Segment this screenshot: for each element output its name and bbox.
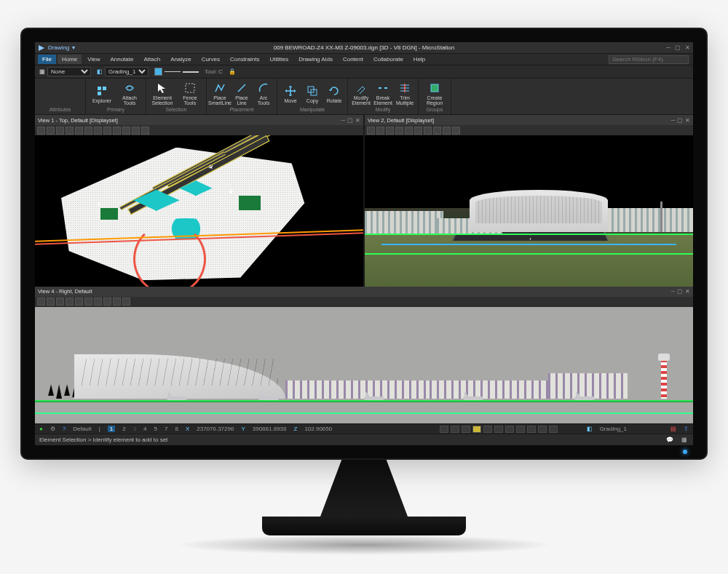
fence-tools-button[interactable]: Fence Tools xyxy=(177,80,203,107)
template-select[interactable]: Grading_1 xyxy=(105,67,149,76)
snap-toggle[interactable] xyxy=(494,426,503,433)
view-tool-button[interactable] xyxy=(414,127,422,135)
snap-toggle-active[interactable] xyxy=(472,426,481,433)
close-icon[interactable]: ✕ xyxy=(355,117,360,124)
copy-button[interactable]: Copy xyxy=(302,80,323,107)
color-swatch-icon[interactable] xyxy=(154,68,162,76)
place-smartline-button[interactable]: Place SmartLine xyxy=(210,80,230,107)
element-selection-button[interactable]: Element Selection xyxy=(149,80,175,107)
tab-collaborate[interactable]: Collaborate xyxy=(369,55,408,64)
view-tool-button[interactable] xyxy=(47,127,55,135)
running-processes-icon[interactable]: ▦ xyxy=(680,436,689,445)
message-center-icon[interactable]: 💬 xyxy=(665,436,674,445)
lock-icon[interactable]: 🔒 xyxy=(229,68,236,75)
modify-element-button[interactable]: Modify Element xyxy=(351,80,371,107)
maximize-icon[interactable]: ▢ xyxy=(677,117,683,124)
push-icon[interactable]: ⇪ xyxy=(684,426,689,432)
minimize-icon[interactable]: ─ xyxy=(341,117,345,124)
maximize-icon[interactable]: ▢ xyxy=(347,117,353,124)
tab-home[interactable]: Home xyxy=(58,55,82,64)
view-tool-button[interactable] xyxy=(113,127,121,135)
arc-tools-button[interactable]: Arc Tools xyxy=(253,80,274,107)
snap-toggle[interactable] xyxy=(527,426,536,433)
view-tool-button[interactable] xyxy=(37,298,45,306)
snap-toggle[interactable] xyxy=(538,426,547,433)
attach-tools-button[interactable]: Attach Tools xyxy=(116,80,143,107)
snap-toggle[interactable] xyxy=(462,426,470,433)
view-2-canvas[interactable] xyxy=(365,135,693,287)
minimize-icon[interactable]: ─ xyxy=(666,44,670,51)
view-tool-button[interactable] xyxy=(122,298,130,306)
minimize-icon[interactable]: ─ xyxy=(671,117,675,124)
trim-multiple-button[interactable]: Trim Multiple xyxy=(395,80,415,107)
tab-view[interactable]: View xyxy=(83,55,104,64)
snap-toggle[interactable] xyxy=(549,426,558,433)
gear-icon[interactable]: ⚙ xyxy=(50,426,55,432)
view-number-4[interactable]: 4 xyxy=(143,426,146,432)
close-icon[interactable]: ✕ xyxy=(685,44,690,51)
tab-analyze[interactable]: Analyze xyxy=(166,55,195,64)
view-tool-button[interactable] xyxy=(84,127,92,135)
view-tool-button[interactable] xyxy=(75,127,83,135)
lineweight-icon[interactable] xyxy=(183,71,199,73)
snap-toggle[interactable] xyxy=(505,426,514,433)
view-tool-button[interactable] xyxy=(452,127,460,135)
view-tool-button[interactable] xyxy=(66,298,74,306)
view-tool-button[interactable] xyxy=(94,298,102,306)
rotate-button[interactable]: Rotate xyxy=(324,80,344,107)
maximize-icon[interactable]: ▢ xyxy=(675,44,681,51)
view-tool-button[interactable] xyxy=(56,298,64,306)
level-select[interactable]: None xyxy=(47,67,91,76)
menu-file[interactable]: File xyxy=(38,55,56,64)
view-tool-button[interactable] xyxy=(37,127,45,135)
tab-curves[interactable]: Curves xyxy=(197,55,224,64)
view-tool-button[interactable] xyxy=(113,298,121,306)
view-tool-button[interactable] xyxy=(367,127,375,135)
view-1-header[interactable]: View 1 - Top, Default [Displayset] ─▢✕ xyxy=(35,115,363,125)
view-tool-button[interactable] xyxy=(141,127,149,135)
layers-icon[interactable]: ▤ xyxy=(670,426,676,432)
snap-toggle[interactable] xyxy=(440,426,448,433)
active-level-name[interactable]: Grading_1 xyxy=(600,426,627,432)
view-tool-button[interactable] xyxy=(94,127,102,135)
minimize-icon[interactable]: ─ xyxy=(671,288,675,295)
help-icon[interactable]: ? xyxy=(63,426,66,432)
view-number-3[interactable]: 3 xyxy=(133,426,136,432)
view-tool-button[interactable] xyxy=(66,127,74,135)
view-tool-button[interactable] xyxy=(424,127,432,135)
explorer-button[interactable]: Explorer xyxy=(89,80,115,107)
view-tool-button[interactable] xyxy=(386,127,394,135)
view-4-canvas[interactable] xyxy=(35,307,693,423)
break-element-button[interactable]: Break Element xyxy=(373,80,393,107)
snap-toggle[interactable] xyxy=(451,426,459,433)
maximize-icon[interactable]: ▢ xyxy=(677,288,683,295)
snap-toggle[interactable] xyxy=(483,426,492,433)
view-number-1[interactable]: 1 xyxy=(108,426,115,432)
view-tool-button[interactable] xyxy=(56,127,64,135)
level-icon[interactable]: ◧ xyxy=(587,426,593,432)
move-button[interactable]: Move xyxy=(280,80,301,107)
view-2-header[interactable]: View 2, Default [Displayset] ─▢✕ xyxy=(365,115,693,125)
search-ribbon-input[interactable] xyxy=(609,55,689,64)
snap-toggle[interactable] xyxy=(516,426,525,433)
view-tool-button[interactable] xyxy=(47,298,55,306)
linestyle-icon[interactable] xyxy=(165,71,181,72)
view-4-header[interactable]: View 4 - Right, Default ─▢✕ xyxy=(35,287,693,297)
snap-mode-label[interactable]: Default xyxy=(73,426,91,432)
create-region-button[interactable]: Create Region xyxy=(422,80,448,107)
tab-utilities[interactable]: Utilities xyxy=(265,55,293,64)
view-tool-button[interactable] xyxy=(84,298,92,306)
view-tool-button[interactable] xyxy=(103,127,111,135)
tab-annotate[interactable]: Annotate xyxy=(106,55,138,64)
tab-help[interactable]: Help xyxy=(409,55,430,64)
view-tool-button[interactable] xyxy=(376,127,384,135)
view-tool-button[interactable] xyxy=(405,127,413,135)
tab-attach[interactable]: Attach xyxy=(139,55,165,64)
view-tool-button[interactable] xyxy=(75,298,83,306)
view-number-2[interactable]: 2 xyxy=(122,426,125,432)
view-tool-button[interactable] xyxy=(443,127,451,135)
view-tool-button[interactable] xyxy=(103,298,111,306)
globe-icon[interactable]: ● xyxy=(39,426,43,432)
view-tool-button[interactable] xyxy=(122,127,130,135)
close-icon[interactable]: ✕ xyxy=(685,288,690,295)
